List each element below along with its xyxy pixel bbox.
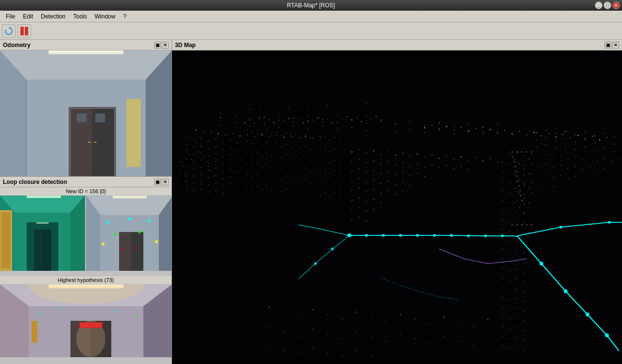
odometry-close-btn[interactable]: ✕: [162, 42, 169, 49]
menu-help[interactable]: ?: [119, 12, 130, 21]
svg-point-110: [356, 106, 357, 107]
svg-point-359: [509, 173, 510, 174]
svg-point-538: [295, 133, 296, 134]
svg-point-249: [359, 149, 360, 150]
svg-rect-17: [95, 114, 105, 122]
svg-point-593: [271, 167, 272, 168]
svg-point-372: [524, 184, 525, 185]
svg-point-549: [252, 143, 253, 144]
svg-point-185: [606, 137, 607, 138]
title-bar: RTAB-Map* [ROS] _ □ ✕: [0, 0, 622, 11]
loop-closure-images: [0, 196, 172, 276]
menu-detection[interactable]: Detection: [37, 12, 69, 21]
menu-window[interactable]: Window: [91, 12, 120, 21]
svg-point-472: [519, 178, 520, 179]
svg-point-700: [444, 316, 445, 318]
svg-point-46: [128, 217, 131, 220]
svg-point-694: [356, 312, 358, 313]
svg-point-133: [342, 118, 343, 119]
svg-point-425: [524, 301, 525, 302]
svg-point-167: [475, 128, 476, 129]
svg-point-220: [201, 167, 202, 168]
svg-point-563: [320, 150, 321, 151]
pause-button[interactable]: [17, 24, 31, 38]
svg-point-350: [553, 167, 554, 168]
svg-point-125: [303, 122, 304, 124]
svg-point-202: [186, 151, 187, 152]
svg-point-721: [283, 350, 284, 351]
svg-point-512: [555, 140, 556, 141]
svg-point-413: [524, 272, 525, 273]
svg-point-703: [487, 319, 489, 320]
svg-point-596: [286, 166, 287, 167]
svg-point-330: [531, 153, 532, 154]
svg-point-716: [429, 343, 430, 344]
svg-point-443: [509, 348, 510, 349]
odometry-restore-btn[interactable]: ▣: [154, 42, 161, 49]
svg-point-576: [286, 155, 287, 156]
svg-point-223: [223, 171, 224, 172]
svg-point-393: [524, 223, 525, 224]
svg-point-174: [526, 134, 527, 135]
svg-point-227: [193, 176, 194, 177]
svg-point-526: [604, 148, 605, 149]
svg-point-385: [524, 204, 525, 205]
svg-point-547: [339, 141, 340, 142]
svg-point-618: [295, 178, 296, 179]
map-restore-btn[interactable]: ▣: [605, 42, 611, 49]
maximize-button[interactable]: □: [604, 1, 611, 9]
svg-point-387: [509, 212, 510, 213]
svg-point-548: [247, 141, 248, 142]
close-button[interactable]: ✕: [612, 1, 620, 9]
loop-closure-close-btn[interactable]: ✕: [162, 179, 169, 185]
svg-point-260: [439, 158, 440, 159]
svg-point-341: [611, 161, 612, 162]
svg-point-726: [356, 350, 357, 351]
svg-point-304: [402, 182, 403, 182]
svg-point-579: [300, 159, 301, 160]
svg-point-499: [331, 248, 334, 250]
svg-point-331: [538, 156, 539, 157]
svg-point-329: [524, 155, 525, 156]
loop-closure-restore-btn[interactable]: ▣: [154, 179, 161, 185]
svg-point-222: [215, 168, 216, 169]
svg-point-509: [614, 136, 615, 137]
svg-rect-41: [113, 196, 147, 199]
svg-point-428: [517, 308, 518, 309]
svg-point-695: [371, 316, 372, 317]
svg-point-134: [346, 116, 348, 117]
svg-point-416: [517, 279, 518, 280]
svg-point-667: [497, 124, 498, 125]
svg-point-574: [276, 154, 277, 155]
svg-point-564: [325, 148, 326, 149]
svg-point-653: [293, 117, 294, 118]
svg-point-319: [351, 210, 352, 211]
svg-point-241: [237, 186, 238, 187]
svg-point-240: [230, 183, 231, 184]
svg-point-317: [373, 199, 374, 200]
svg-point-536: [286, 132, 287, 133]
menu-tools[interactable]: Tools: [69, 12, 91, 21]
reload-icon: [4, 26, 14, 36]
svg-point-679: [380, 128, 381, 129]
svg-rect-30: [34, 230, 42, 271]
svg-point-599: [300, 170, 301, 171]
svg-point-698: [415, 319, 415, 320]
svg-point-583: [320, 161, 321, 162]
minimize-button[interactable]: _: [595, 1, 603, 9]
map-close-btn[interactable]: ✕: [612, 42, 619, 49]
menu-file[interactable]: File: [2, 12, 19, 21]
svg-point-287: [359, 168, 360, 169]
svg-point-244: [201, 189, 202, 190]
svg-point-458: [517, 151, 518, 153]
svg-point-312: [395, 194, 396, 195]
svg-point-47: [148, 219, 151, 222]
svg-point-534: [276, 132, 277, 132]
svg-point-541: [310, 138, 311, 139]
svg-point-265: [475, 157, 476, 158]
svg-point-682: [424, 132, 425, 133]
svg-point-398: [502, 239, 503, 240]
reload-button[interactable]: [2, 24, 16, 38]
svg-point-441: [524, 340, 525, 341]
menu-edit[interactable]: Edit: [19, 12, 37, 21]
